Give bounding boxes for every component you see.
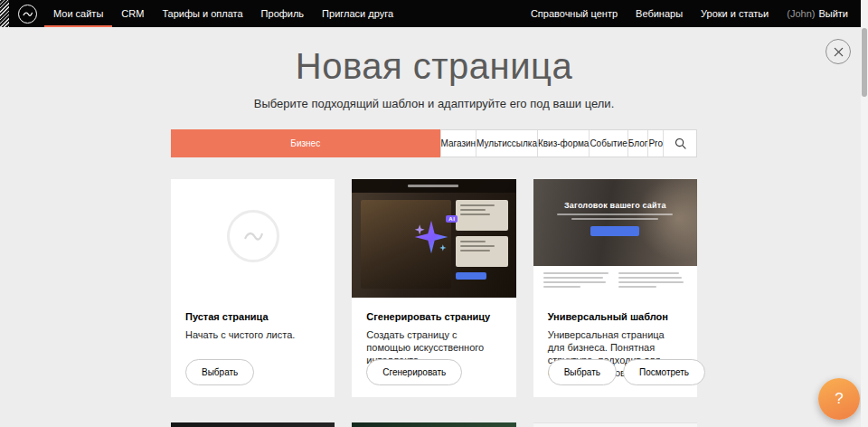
tilde-icon: [241, 224, 265, 248]
template-card-partial[interactable]: [171, 422, 335, 427]
card-actions: Выбрать Посмотреть: [548, 359, 705, 385]
help-button[interactable]: ?: [818, 378, 860, 420]
navbar-right-menu: Справочный центр Вебинары Уроки и статьи…: [522, 0, 857, 27]
nav-item-crm[interactable]: CRM: [112, 0, 153, 27]
generate-button[interactable]: Сгенерировать: [366, 359, 462, 385]
template-card-ai-generate: AI Сгенерировать страницу Создать страни…: [352, 179, 515, 397]
scrollbar-thumb[interactable]: [862, 28, 867, 97]
nav-item-label: Профиль: [261, 8, 305, 19]
tab-quiz-form[interactable]: Квиз-форма: [538, 130, 590, 157]
tab-label: Бизнес: [290, 138, 320, 148]
close-icon: [834, 47, 844, 57]
close-modal-button[interactable]: [826, 39, 851, 64]
nav-item-label: Мои сайты: [53, 8, 103, 19]
tab-event[interactable]: Событие: [590, 130, 627, 157]
card-body: Сгенерировать страницу Создать страницу …: [352, 298, 515, 366]
tab-label: Магазин: [441, 138, 476, 148]
tilda-circle-logo: [227, 210, 279, 262]
app-window: Мои сайты CRM Тарифы и оплата Профиль Пр…: [0, 0, 868, 427]
page-subtitle: Выберите подходящий шаблон и адаптируйте…: [0, 97, 868, 110]
preview-text-block: [456, 200, 508, 231]
preview-button-shape: [590, 226, 639, 236]
nav-item-label: Тарифы и оплата: [162, 8, 242, 19]
tab-label: Мультиссылка: [476, 138, 537, 148]
card-title: Пустая страница: [185, 311, 320, 322]
modal-content: Новая страница Выберите подходящий шабло…: [0, 0, 868, 427]
page-title: Новая страница: [0, 45, 868, 87]
template-card-universal: Заголовок вашего сайта Универсальный шаб…: [533, 179, 697, 397]
tilde-icon: [22, 8, 33, 20]
card-actions: Сгенерировать: [366, 359, 462, 385]
corner-texture: [0, 0, 9, 27]
card-title: Универсальный шаблон: [548, 311, 683, 322]
nav-item-label: Уроки и статьи: [701, 8, 769, 19]
nav-item-label: Вебинары: [636, 8, 683, 19]
preview-site-heading: Заголовок вашего сайта: [533, 179, 697, 210]
preview-text-line: [571, 218, 658, 220]
nav-item-my-sites[interactable]: Мои сайты: [44, 0, 112, 27]
preview-text-block: [456, 236, 508, 267]
tab-label: Событие: [590, 138, 627, 148]
card-actions: Выбрать: [185, 359, 254, 385]
template-card-partial[interactable]: [352, 422, 515, 427]
preview-text-column: [543, 272, 612, 298]
nav-item-label: Пригласи друга: [322, 8, 393, 19]
nav-item-lessons[interactable]: Уроки и статьи: [692, 0, 778, 27]
universal-template-preview: Заголовок вашего сайта: [533, 179, 697, 298]
tab-shop[interactable]: Магазин: [441, 130, 477, 157]
preview-browser-bar: [352, 179, 515, 193]
choose-button[interactable]: Выбрать: [185, 359, 254, 385]
nav-item-profile[interactable]: Профиль: [252, 0, 314, 27]
nav-item-tariffs[interactable]: Тарифы и оплата: [153, 0, 251, 27]
template-grid: Пустая страница Начать с чистого листа. …: [171, 179, 697, 427]
tab-label: Блог: [628, 138, 648, 148]
nav-item-help-center[interactable]: Справочный центр: [522, 0, 627, 27]
choose-button[interactable]: Выбрать: [548, 359, 617, 385]
preview-text-column: [618, 272, 687, 298]
ai-generate-preview: AI: [352, 179, 515, 298]
card-description: Начать с чистого листа.: [185, 328, 320, 341]
card-title: Сгенерировать страницу: [366, 311, 501, 322]
template-category-tabs: Бизнес Магазин Мультиссылка Квиз-форма С…: [171, 129, 697, 157]
nav-item-webinars[interactable]: Вебинары: [627, 0, 692, 27]
preview-button-shape: [456, 272, 486, 280]
help-button-label: ?: [835, 390, 843, 408]
vertical-scrollbar[interactable]: [861, 0, 868, 427]
nav-item-logout[interactable]: (John) Выйти: [778, 0, 857, 27]
tab-blog[interactable]: Блог: [628, 130, 649, 157]
preview-text-line: [557, 214, 673, 215]
tab-label: Pro: [648, 138, 663, 148]
nav-item-label: Справочный центр: [531, 8, 618, 19]
template-card-blank-page: Пустая страница Начать с чистого листа. …: [171, 179, 335, 397]
template-card-partial[interactable]: [533, 422, 697, 427]
card-body: Пустая страница Начать с чистого листа.: [171, 298, 335, 341]
nav-item-invite-friend[interactable]: Пригласи друга: [313, 0, 402, 27]
current-user-label: (John): [787, 8, 815, 19]
tab-pro[interactable]: Pro: [648, 130, 664, 157]
preview-hero-section: Заголовок вашего сайта: [533, 179, 697, 266]
preview-side-panel: [456, 200, 508, 280]
tilda-logo[interactable]: [18, 5, 37, 24]
tab-label: Квиз-форма: [538, 138, 589, 148]
logout-label: Выйти: [818, 8, 848, 19]
search-icon: [675, 138, 686, 149]
tab-business[interactable]: Бизнес: [171, 129, 441, 157]
ai-sparkle-icon: [411, 217, 451, 257]
view-button[interactable]: Посмотреть: [623, 359, 705, 385]
blank-page-preview: [171, 179, 335, 298]
navbar-left-menu: Мои сайты CRM Тарифы и оплата Профиль Пр…: [44, 0, 402, 27]
nav-item-label: CRM: [121, 8, 144, 19]
preview-text-section: [533, 266, 697, 298]
top-navbar: Мои сайты CRM Тарифы и оплата Профиль Пр…: [0, 0, 861, 27]
tab-multilink[interactable]: Мультиссылка: [476, 130, 538, 157]
tab-search[interactable]: [664, 130, 696, 157]
ai-badge: AI: [446, 215, 458, 223]
